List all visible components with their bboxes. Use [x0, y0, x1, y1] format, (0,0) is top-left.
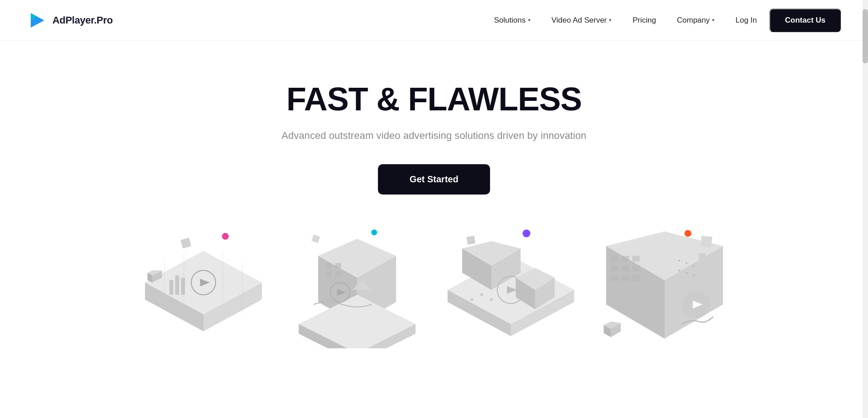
iso-illustration-2 [285, 222, 429, 348]
svg-rect-34 [611, 266, 618, 271]
chevron-down-icon-2: ▾ [609, 17, 612, 23]
svg-rect-50 [698, 253, 705, 260]
svg-rect-30 [467, 236, 476, 245]
iso-illustration-1 [131, 222, 276, 348]
svg-point-42 [693, 265, 694, 266]
nav-video-ad-server-label: Video Ad Server [552, 16, 607, 25]
svg-point-29 [523, 229, 530, 237]
nav-solutions[interactable]: Solutions ▾ [486, 11, 539, 29]
iso-illustration-4 [592, 222, 737, 348]
svg-point-40 [678, 260, 680, 261]
svg-point-25 [480, 293, 483, 296]
nav-contact-button[interactable]: Contact Us [769, 9, 841, 32]
svg-point-20 [371, 229, 377, 235]
logo-text: AdPlayer.Pro [52, 14, 113, 26]
svg-point-44 [685, 272, 687, 274]
svg-rect-16 [335, 271, 341, 276]
svg-rect-8 [170, 280, 174, 294]
svg-rect-37 [611, 276, 618, 281]
svg-rect-49 [701, 236, 712, 248]
svg-rect-35 [622, 266, 629, 271]
svg-point-41 [685, 262, 687, 264]
svg-rect-21 [311, 234, 320, 243]
nav-video-ad-server[interactable]: Video Ad Server ▾ [543, 11, 620, 29]
logo[interactable]: AdPlayer.Pro [27, 10, 113, 30]
nav-links: Solutions ▾ Video Ad Server ▾ Pricing Co… [486, 9, 841, 32]
nav-pricing[interactable]: Pricing [624, 11, 664, 29]
svg-point-24 [471, 298, 473, 301]
svg-rect-33 [632, 256, 640, 262]
svg-rect-32 [622, 256, 629, 262]
svg-point-43 [678, 270, 680, 271]
navigation: AdPlayer.Pro Solutions ▾ Video Ad Server… [0, 0, 868, 41]
svg-point-26 [490, 298, 493, 301]
iso-card-4 [592, 222, 737, 348]
svg-rect-9 [175, 276, 179, 295]
svg-point-48 [684, 230, 691, 237]
hero-section: FAST & FLAWLESS Advanced outstream video… [0, 41, 868, 348]
iso-illustrations [0, 222, 868, 348]
iso-card-3 [439, 222, 583, 348]
iso-illustration-3 [439, 222, 583, 348]
nav-pricing-label: Pricing [632, 16, 656, 25]
logo-icon [27, 10, 47, 30]
svg-rect-14 [335, 263, 341, 268]
svg-rect-36 [632, 266, 640, 271]
svg-rect-31 [611, 256, 618, 262]
iso-card-2 [285, 222, 429, 348]
svg-rect-13 [326, 263, 331, 268]
iso-card-1 [131, 222, 276, 348]
nav-company[interactable]: Company ▾ [669, 11, 723, 29]
svg-point-11 [222, 233, 229, 240]
svg-rect-12 [180, 238, 191, 249]
svg-rect-15 [326, 271, 331, 276]
scrollbar-thumb[interactable] [863, 9, 868, 63]
hero-title: FAST & FLAWLESS [286, 81, 581, 117]
svg-point-45 [693, 274, 694, 276]
chevron-down-icon-3: ▾ [712, 17, 715, 23]
nav-login[interactable]: Log In [727, 11, 765, 29]
chevron-down-icon: ▾ [528, 17, 531, 23]
svg-rect-10 [181, 278, 185, 295]
svg-rect-39 [632, 276, 640, 281]
scrollbar[interactable] [863, 0, 868, 418]
hero-subtitle: Advanced outstream video advertising sol… [282, 130, 586, 142]
nav-company-label: Company [677, 16, 710, 25]
get-started-button[interactable]: Get Started [378, 164, 490, 195]
nav-solutions-label: Solutions [494, 16, 526, 25]
svg-rect-38 [622, 276, 629, 281]
